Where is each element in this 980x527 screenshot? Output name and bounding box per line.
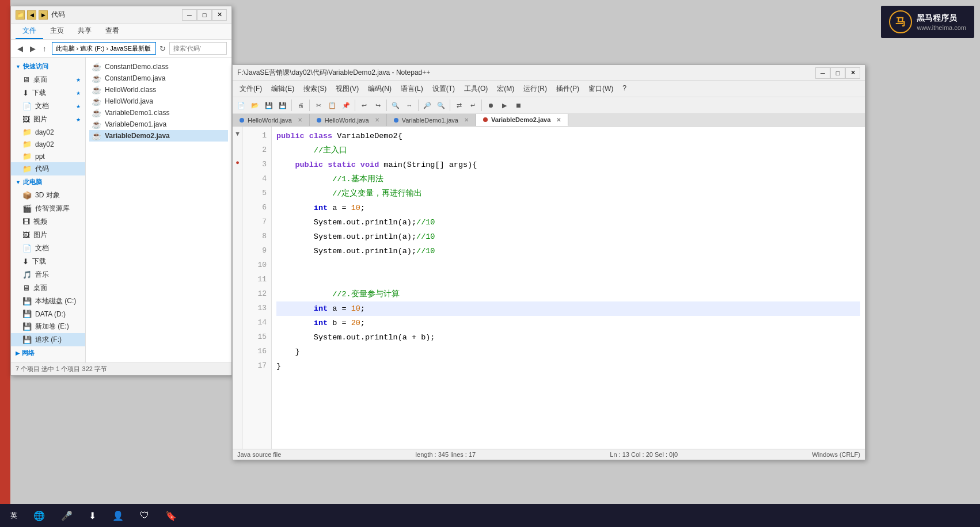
minimize-button[interactable]: ─ [182,9,197,21]
sidebar-item-code[interactable]: 📁代码 [11,162,85,175]
titlebar-icon-1[interactable]: 📁 [16,10,25,20]
sidebar-item-desktop[interactable]: 🖥桌面 ★ [11,73,85,86]
network-section[interactable]: ▶ 网络 [11,346,85,360]
toolbar-paste[interactable]: 📌 [340,99,352,112]
sidebar-item-c-drive[interactable]: 💾本地磁盘 (C:) [11,295,85,308]
tab-helloworld-1[interactable]: HelloWorld.java ✕ [233,114,310,126]
sidebar-item-pics[interactable]: 🖼图片 [11,228,85,242]
sidebar-item-3d[interactable]: 📦3D 对象 [11,189,85,202]
file-item-VariableDemo2-java[interactable]: ☕ VariableDemo2.java [89,130,228,142]
tab-close-2[interactable]: ✕ [375,117,379,123]
notepad-maximize-button[interactable]: □ [830,67,845,79]
titlebar-icon-3[interactable]: ▶ [39,10,48,20]
taskbar-shield[interactable]: 🛡 [134,508,155,523]
menu-edit[interactable]: 编辑(E) [267,82,299,96]
back-button[interactable]: ◀ [16,44,25,54]
toolbar-new[interactable]: 📄 [235,99,248,112]
sidebar-item-music[interactable]: 🎵音乐 [11,268,85,281]
sidebar-item-downloads[interactable]: ⬇下载 [11,255,85,268]
taskbar-people[interactable]: 👤 [107,508,130,524]
taskbar-lang[interactable]: 英 [5,509,23,523]
toolbar-save-all[interactable]: 💾 [276,99,289,112]
toolbar-cut[interactable]: ✂ [312,99,325,112]
gutter-3[interactable]: ● [233,155,242,170]
sidebar-item-e-drive[interactable]: 💾新加卷 (E:) [11,320,85,333]
menu-window[interactable]: 窗口(W) [584,82,618,96]
tab-variabledemo2[interactable]: VariableDemo2.java ✕ [476,114,568,126]
ribbon-tab-file[interactable]: 文件 [16,24,43,39]
toolbar-save[interactable]: 💾 [263,99,275,112]
gutter-1[interactable]: ▼ [233,127,242,141]
tab-close-3[interactable]: ✕ [464,117,469,123]
toolbar-open[interactable]: 📂 [249,99,261,112]
sidebar-item-download[interactable]: ⬇下载 ★ [11,86,85,100]
tab-close-1[interactable]: ✕ [298,117,302,123]
toolbar-print[interactable]: 🖨 [294,99,307,112]
notepad-minimize-button[interactable]: ─ [815,67,830,79]
address-input[interactable] [52,42,157,55]
menu-settings[interactable]: 设置(T) [428,82,459,96]
taskbar-earth[interactable]: 🌐 [28,508,51,524]
refresh-button[interactable]: ↻ [159,44,166,53]
toolbar-macro-play[interactable]: ▶ [498,99,511,112]
file-item-VariableDemo1-class[interactable]: ☕ VariableDemo1.class [89,107,228,119]
taskbar-mic[interactable]: 🎤 [55,508,78,524]
sidebar-item-day02-1[interactable]: 📁day02 [11,126,85,138]
sidebar-item-d-drive[interactable]: 💾DATA (D:) [11,308,85,320]
sidebar-item-docs[interactable]: 📄文档 ★ [11,100,85,113]
menu-encoding[interactable]: 编码(N) [363,82,396,96]
menu-help[interactable]: ? [618,82,631,96]
toolbar-replace[interactable]: ↔ [403,99,416,112]
tab-helloworld-2[interactable]: HelloWorld.java ✕ [310,114,387,126]
sidebar-item-ppt[interactable]: 📁ppt [11,150,85,162]
sidebar-item-video[interactable]: 🎞视频 [11,215,85,228]
notepad-close-button[interactable]: ✕ [845,67,860,79]
toolbar-copy[interactable]: 📋 [326,99,339,112]
titlebar-icon-2[interactable]: ◀ [27,10,36,20]
close-button[interactable]: ✕ [212,9,227,21]
editor-area[interactable]: ▼ ● 1 2 3 4 5 6 7 8 [233,127,865,449]
code-content[interactable]: public class VariableDemo2{ //主入口 public… [272,127,865,449]
toolbar-find[interactable]: 🔍 [389,99,402,112]
sidebar-item-media[interactable]: 🎬传智资源库 [11,202,85,215]
toolbar-redo[interactable]: ↪ [371,99,384,112]
sidebar-item-desktop2[interactable]: 🖥桌面 [11,281,85,295]
menu-view[interactable]: 视图(V) [331,82,363,96]
tab-variabledemo1[interactable]: VariableDemo1.java ✕ [387,114,476,126]
file-item-HelloWorld-class[interactable]: ☕ HelloWorld.class [89,84,228,96]
taskbar-down[interactable]: ⬇ [83,508,102,524]
file-item-ConstantDemo-class[interactable]: ☕ ConstantDemo.class [89,61,228,72]
sidebar-item-f-drive[interactable]: 💾追求 (F:) [11,333,85,346]
toolbar-sync-scroll[interactable]: ⇄ [453,99,465,112]
file-item-ConstantDemo-java[interactable]: ☕ ConstantDemo.java [89,72,228,84]
toolbar-wrap[interactable]: ↵ [466,99,479,112]
file-item-VariableDemo1-java[interactable]: ☕ VariableDemo1.java [89,119,228,130]
sidebar-item-day02-2[interactable]: 📁day02 [11,138,85,150]
menu-file[interactable]: 文件(F) [235,82,267,96]
this-pc-section[interactable]: ▼ 此电脑 [11,175,85,189]
forward-button[interactable]: ▶ [28,44,37,54]
ribbon-tab-view[interactable]: 查看 [98,24,126,39]
search-input[interactable] [169,42,227,55]
ribbon-tab-home[interactable]: 主页 [43,24,71,39]
menu-macro[interactable]: 宏(M) [492,82,519,96]
ribbon-tab-share[interactable]: 共享 [71,24,98,39]
menu-run[interactable]: 运行(R) [519,82,552,96]
maximize-button[interactable]: □ [197,9,212,21]
sidebar-item-pictures[interactable]: 🖼图片 ★ [11,113,85,126]
tab-close-4[interactable]: ✕ [556,117,561,123]
toolbar-zoom-in[interactable]: 🔎 [421,99,434,112]
code-line-13[interactable]: int a = 10; [276,301,860,316]
sidebar-item-documents[interactable]: 📄文档 [11,242,85,255]
toolbar-macro-stop[interactable]: ⏹ [512,99,525,112]
up-button[interactable]: ↑ [41,44,48,54]
menu-language[interactable]: 语言(L) [396,82,428,96]
toolbar-zoom-out[interactable]: 🔍 [435,99,447,112]
toolbar-macro-record[interactable]: ⏺ [484,99,497,112]
menu-search[interactable]: 搜索(S) [299,82,331,96]
menu-tools[interactable]: 工具(O) [459,82,492,96]
file-item-HelloWorld-java[interactable]: ☕ HelloWorld.java [89,96,228,107]
quick-access-section[interactable]: ▼ 快速访问 [11,60,85,73]
taskbar-bookmark[interactable]: 🔖 [159,508,183,524]
toolbar-undo[interactable]: ↩ [358,99,370,112]
